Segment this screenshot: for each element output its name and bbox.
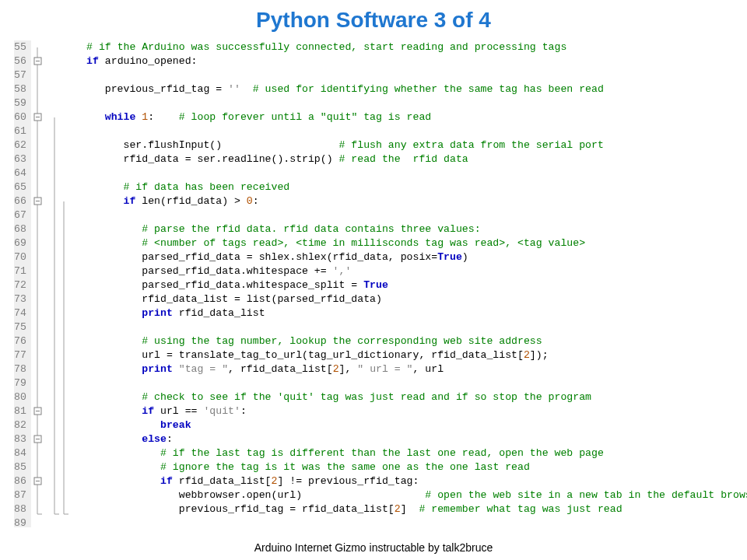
line-number: 81 <box>14 404 26 418</box>
code-line: print "tag = ", rfid_data_list[2], " url… <box>68 362 747 376</box>
code-line: parsed_rfid_data.whitespace += ',' <box>68 264 747 278</box>
code-line: print rfid_data_list <box>68 306 747 320</box>
line-number: 71 <box>14 264 26 278</box>
code-line: # parse the rfid data. rfid data contain… <box>68 222 747 236</box>
line-number: 59 <box>14 96 26 110</box>
line-number: 82 <box>14 418 26 432</box>
line-number: 61 <box>14 124 26 138</box>
line-number: 64 <box>14 166 26 180</box>
line-number: 76 <box>14 334 26 348</box>
line-number: 68 <box>14 222 26 236</box>
fold-toggle-icon[interactable] <box>34 436 41 443</box>
line-number: 79 <box>14 376 26 390</box>
code-line <box>68 516 747 530</box>
slide-caption: Arduino Internet Gizmo instructable by t… <box>0 541 747 554</box>
code-line: parsed_rfid_data.whitespace_split = True <box>68 278 747 292</box>
line-number: 66 <box>14 194 26 208</box>
code-line <box>68 124 747 138</box>
fold-toggle-icon[interactable] <box>34 58 41 65</box>
fold-toggle-icon[interactable] <box>34 198 41 205</box>
line-number: 55 <box>14 40 26 54</box>
code-line <box>68 166 747 180</box>
line-number: 88 <box>14 502 26 516</box>
code-editor: 5556575859606162636465666768697071727374… <box>14 40 733 527</box>
line-number: 73 <box>14 292 26 306</box>
line-number: 65 <box>14 180 26 194</box>
line-number: 58 <box>14 82 26 96</box>
code-line <box>68 208 747 222</box>
code-line: if url == 'quit': <box>68 404 747 418</box>
code-line: previous_rfid_tag = '' # used for identi… <box>68 82 747 96</box>
code-line: if rfid_data_list[2] != previous_rfid_ta… <box>68 474 747 488</box>
line-number: 87 <box>14 488 26 502</box>
fold-toggle-icon[interactable] <box>34 114 41 121</box>
code-line <box>68 68 747 82</box>
line-number: 57 <box>14 68 26 82</box>
code-line: if len(rfid_data) > 0: <box>68 194 747 208</box>
code-line: if arduino_opened: <box>68 54 747 68</box>
line-number: 63 <box>14 152 26 166</box>
line-number: 86 <box>14 474 26 488</box>
code-line: # if the last tag is different than the … <box>68 446 747 460</box>
code-line: ser.flushInput() # flush any extra data … <box>68 138 747 152</box>
fold-toggle-icon[interactable] <box>34 408 41 415</box>
slide-title: Python Software 3 of 4 <box>0 8 747 33</box>
code-line: webbrowser.open(url) # open the web site… <box>68 488 747 502</box>
line-number: 83 <box>14 432 26 446</box>
code-line: # if the Arduino was successfully connec… <box>68 40 747 54</box>
code-line: # using the tag number, lookup the corre… <box>68 334 747 348</box>
line-number: 56 <box>14 54 26 68</box>
line-number: 78 <box>14 362 26 376</box>
code-line: rfid_data = ser.readline().strip() # rea… <box>68 152 747 166</box>
code-line <box>68 376 747 390</box>
line-number: 77 <box>14 348 26 362</box>
code-line: parsed_rfid_data = shlex.shlex(rfid_data… <box>68 250 747 264</box>
line-number: 69 <box>14 236 26 250</box>
line-number: 84 <box>14 446 26 460</box>
line-number: 67 <box>14 208 26 222</box>
slide: Python Software 3 of 4 55565758596061626… <box>0 0 747 560</box>
code-line <box>68 320 747 334</box>
line-number-gutter: 5556575859606162636465666768697071727374… <box>14 40 31 527</box>
code-line: # <number of tags read>, <time in millis… <box>68 236 747 250</box>
line-number: 62 <box>14 138 26 152</box>
fold-toggle-icon[interactable] <box>34 478 41 485</box>
code-area: # if the Arduino was successfully connec… <box>68 40 747 527</box>
code-line: while 1: # loop forever until a "quit" t… <box>68 110 747 124</box>
code-line: else: <box>68 432 747 446</box>
code-line: # ignore the tag is it was the same one … <box>68 460 747 474</box>
line-number: 80 <box>14 390 26 404</box>
code-line: url = translate_tag_to_url(tag_url_dicti… <box>68 348 747 362</box>
line-number: 72 <box>14 278 26 292</box>
code-line <box>68 96 747 110</box>
line-number: 75 <box>14 320 26 334</box>
line-number: 89 <box>14 516 26 530</box>
code-line: rfid_data_list = list(parsed_rfid_data) <box>68 292 747 306</box>
code-line: previous_rfid_tag = rfid_data_list[2] # … <box>68 502 747 516</box>
code-line: # if data has been received <box>68 180 747 194</box>
line-number: 85 <box>14 460 26 474</box>
line-number: 74 <box>14 306 26 320</box>
fold-column <box>31 40 68 527</box>
code-line: break <box>68 418 747 432</box>
line-number: 60 <box>14 110 26 124</box>
line-number: 70 <box>14 250 26 264</box>
code-line: # check to see if the 'quit' tag was jus… <box>68 390 747 404</box>
